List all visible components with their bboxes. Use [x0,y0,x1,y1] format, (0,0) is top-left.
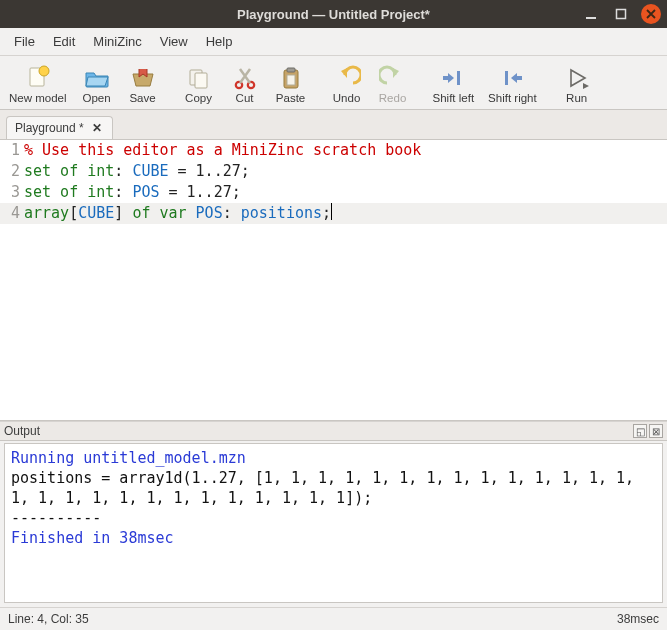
editor-tabstrip: Playground * ✕ [0,110,667,140]
svg-marker-20 [571,70,585,86]
svg-marker-13 [393,68,399,78]
toolbar-label: Run [566,92,587,104]
toolbar-label: Shift left [433,92,475,104]
cut-icon [229,64,261,92]
status-timing: 38msec [617,612,659,626]
output-close-icon[interactable]: ⊠ [649,424,663,438]
menu-minizinc[interactable]: MiniZinc [85,31,149,52]
toolbar-label: Redo [379,92,407,104]
tab-label: Playground * [15,121,84,135]
tab-close-icon[interactable]: ✕ [90,121,104,135]
svg-point-4 [39,66,49,76]
toolbar-label: Undo [333,92,361,104]
status-cursor: Line: 4, Col: 35 [8,612,89,626]
shift-left-button[interactable]: Shift left [426,60,482,107]
open-button[interactable]: Open [74,60,120,107]
toolbar-label: Copy [185,92,212,104]
minimize-button[interactable] [581,4,601,24]
svg-rect-16 [443,76,449,80]
svg-rect-10 [287,68,295,72]
output-panel[interactable]: Running untitled_model.mznpositions = ar… [4,443,663,603]
toolbar-label: Open [82,92,110,104]
undo-icon [331,64,363,92]
svg-marker-12 [341,68,347,78]
line-number: 2 [0,161,24,182]
svg-rect-17 [505,71,508,85]
run-button[interactable]: Run [554,60,600,107]
menu-view[interactable]: View [152,31,196,52]
toolbar-label: New model [9,92,67,104]
svg-rect-1 [617,10,626,19]
copy-button[interactable]: Copy [176,60,222,107]
save-button[interactable]: Save [120,60,166,107]
line-code[interactable]: set of int: POS = 1..27; [24,182,241,203]
output-line: Finished in 38msec [11,528,656,548]
paste-icon [275,64,307,92]
svg-rect-11 [287,75,295,85]
line-code[interactable]: array[CUBE] of var POS: positions; [24,203,332,224]
code-editor[interactable]: 1% Use this editor as a MiniZinc scratch… [0,140,667,421]
save-icon [127,64,159,92]
shift-right-button[interactable]: Shift right [481,60,544,107]
editor-tab-playground[interactable]: Playground * ✕ [6,116,113,139]
line-number: 4 [0,203,24,224]
editor-line[interactable]: 4array[CUBE] of var POS: positions; [0,203,667,224]
shift-right-icon [496,64,528,92]
output-label: Output [4,424,40,438]
output-line: positions = array1d(1..27, [1, 1, 1, 1, … [11,468,656,508]
menu-edit[interactable]: Edit [45,31,83,52]
svg-marker-21 [583,83,589,89]
toolbar-label: Save [129,92,155,104]
redo-icon [377,64,409,92]
menu-help[interactable]: Help [198,31,241,52]
redo-button[interactable]: Redo [370,60,416,107]
copy-icon [183,64,215,92]
new-model-button[interactable]: New model [2,60,74,107]
line-number: 1 [0,140,24,161]
paste-button[interactable]: Paste [268,60,314,107]
output-line: Running untitled_model.mzn [11,448,656,468]
line-code[interactable]: set of int: CUBE = 1..27; [24,161,250,182]
window-title: Playground — Untitled Project* [8,7,659,22]
run-icon [561,64,593,92]
svg-rect-19 [516,76,522,80]
titlebar: Playground — Untitled Project* [0,0,667,28]
menu-file[interactable]: File [6,31,43,52]
output-panel-header: Output ◱ ⊠ [0,421,667,441]
svg-rect-6 [195,73,207,88]
toolbar: New model Open Save Copy Cut Paste [0,56,667,110]
undo-button[interactable]: Undo [324,60,370,107]
line-code[interactable]: % Use this editor as a MiniZinc scratch … [24,140,421,161]
shift-left-icon [437,64,469,92]
window-controls [581,4,661,24]
editor-line[interactable]: 3set of int: POS = 1..27; [0,182,667,203]
statusbar: Line: 4, Col: 35 38msec [0,607,667,630]
line-number: 3 [0,182,24,203]
output-detach-icon[interactable]: ◱ [633,424,647,438]
toolbar-label: Paste [276,92,305,104]
editor-line[interactable]: 1% Use this editor as a MiniZinc scratch… [0,140,667,161]
output-line: ---------- [11,508,656,528]
editor-line[interactable]: 2set of int: CUBE = 1..27; [0,161,667,182]
cut-button[interactable]: Cut [222,60,268,107]
open-icon [81,64,113,92]
close-button[interactable] [641,4,661,24]
text-caret [331,203,332,220]
new-model-icon [22,64,54,92]
maximize-button[interactable] [611,4,631,24]
toolbar-label: Shift right [488,92,537,104]
toolbar-label: Cut [236,92,254,104]
svg-rect-14 [457,71,460,85]
svg-rect-0 [586,17,596,19]
menubar: File Edit MiniZinc View Help [0,28,667,56]
